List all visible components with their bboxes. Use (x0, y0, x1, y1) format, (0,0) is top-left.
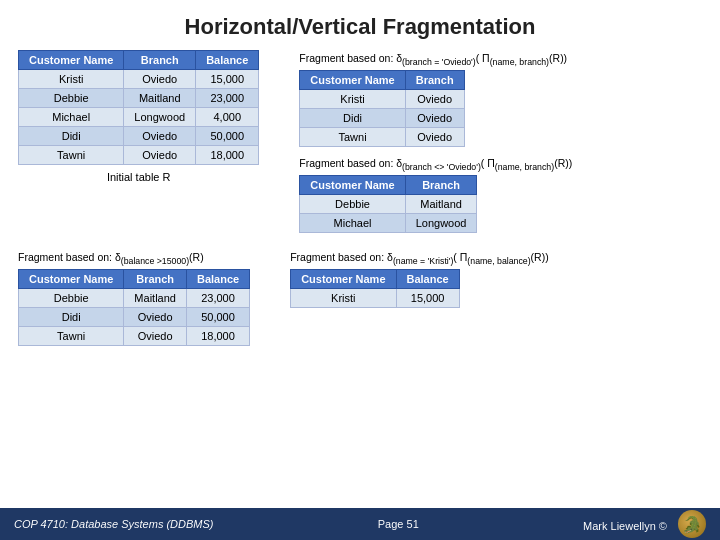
fnk-col-balance: Balance (396, 270, 459, 289)
table-cell: 18,000 (196, 146, 259, 165)
table-cell: Michael (19, 108, 124, 127)
table-cell: 15,000 (396, 289, 459, 308)
table-cell: Oviedo (124, 327, 187, 346)
table-cell: Debbie (19, 289, 124, 308)
table-cell: 15,000 (196, 70, 259, 89)
fb-col-branch: Branch (124, 270, 187, 289)
table-cell: Longwood (405, 214, 477, 233)
fragment-balance-section: Fragment based on: δ(balance >15000)(R) … (18, 249, 250, 346)
fragment-name-kristi-table: Customer Name Balance Kristi15,000 (290, 269, 460, 308)
fragment-branch-oviedo-label: Fragment based on: δ(branch = 'Oviedo')(… (299, 52, 702, 67)
table-cell: Oviedo (124, 70, 196, 89)
footer-center: Page 51 (378, 518, 419, 530)
fbo-col-branch: Branch (405, 71, 464, 90)
logo-icon: 🐊 (678, 510, 706, 538)
footer-right: Mark Liewellyn © 🐊 (583, 510, 706, 538)
fbno-col-branch: Branch (405, 176, 477, 195)
initial-table-label: Initial table R (18, 171, 259, 183)
fnk-col-name: Customer Name (291, 270, 396, 289)
footer: COP 4710: Database Systems (DDBMS) Page … (0, 508, 720, 540)
page-title: Horizontal/Vertical Fragmentation (0, 0, 720, 46)
fragment-branch-not-oviedo-label: Fragment based on: δ(branch <> 'Oviedo')… (299, 157, 702, 172)
initial-col-branch: Branch (124, 51, 196, 70)
table-cell: Oviedo (405, 109, 464, 128)
table-cell: 50,000 (186, 308, 249, 327)
table-cell: Longwood (124, 108, 196, 127)
table-cell: Debbie (300, 195, 405, 214)
initial-table-section: Customer Name Branch Balance KristiOvied… (18, 50, 259, 233)
fragment-name-kristi-label: Fragment based on: δ(name = 'Kristi')( Π… (290, 251, 702, 266)
fragment-balance-label: Fragment based on: δ(balance >15000)(R) (18, 251, 250, 266)
table-cell: Debbie (19, 89, 124, 108)
fragment-name-kristi-section: Fragment based on: δ(name = 'Kristi')( Π… (290, 249, 702, 346)
table-cell: Didi (300, 109, 405, 128)
fragment-branch-not-oviedo-section: Fragment based on: δ(branch <> 'Oviedo')… (299, 157, 702, 233)
table-cell: Oviedo (405, 90, 464, 109)
initial-table: Customer Name Branch Balance KristiOvied… (18, 50, 259, 165)
footer-left: COP 4710: Database Systems (DDBMS) (14, 518, 214, 530)
fbno-col-name: Customer Name (300, 176, 405, 195)
fragment-branch-not-oviedo-table: Customer Name Branch DebbieMaitlandMicha… (299, 175, 477, 233)
table-cell: Tawni (19, 146, 124, 165)
table-cell: Maitland (124, 289, 187, 308)
table-cell: 50,000 (196, 127, 259, 146)
table-cell: Oviedo (124, 308, 187, 327)
table-cell: Michael (300, 214, 405, 233)
table-cell: Tawni (19, 327, 124, 346)
right-fragments: Fragment based on: δ(branch = 'Oviedo')(… (299, 50, 702, 233)
fragment-branch-oviedo-table: Customer Name Branch KristiOviedoDidiOvi… (299, 70, 464, 147)
table-cell: Oviedo (124, 146, 196, 165)
table-cell: Kristi (291, 289, 396, 308)
fb-col-name: Customer Name (19, 270, 124, 289)
table-cell: 23,000 (196, 89, 259, 108)
table-cell: Didi (19, 308, 124, 327)
table-cell: Maitland (124, 89, 196, 108)
table-cell: Kristi (300, 90, 405, 109)
initial-col-name: Customer Name (19, 51, 124, 70)
table-cell: Tawni (300, 128, 405, 147)
table-cell: 18,000 (186, 327, 249, 346)
table-cell: Didi (19, 127, 124, 146)
table-cell: 23,000 (186, 289, 249, 308)
table-cell: Oviedo (405, 128, 464, 147)
fb-col-balance: Balance (186, 270, 249, 289)
fbo-col-name: Customer Name (300, 71, 405, 90)
table-cell: 4,000 (196, 108, 259, 127)
table-cell: Kristi (19, 70, 124, 89)
initial-col-balance: Balance (196, 51, 259, 70)
fragment-balance-table: Customer Name Branch Balance DebbieMaitl… (18, 269, 250, 346)
fragment-branch-oviedo-section: Fragment based on: δ(branch = 'Oviedo')(… (299, 52, 702, 147)
table-cell: Maitland (405, 195, 477, 214)
table-cell: Oviedo (124, 127, 196, 146)
